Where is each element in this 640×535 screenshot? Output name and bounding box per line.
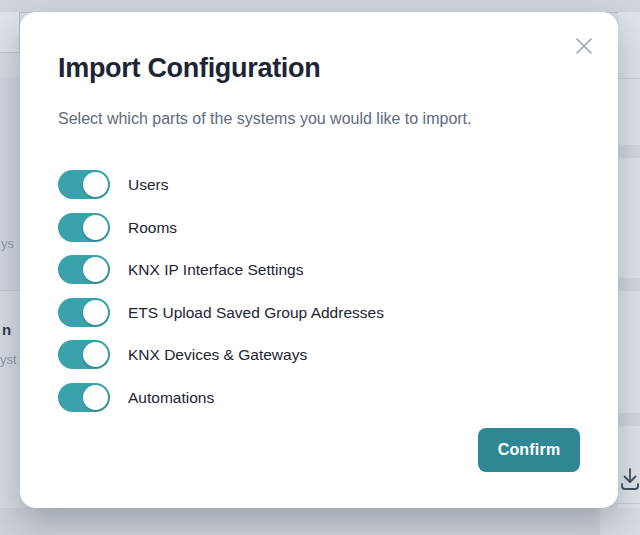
import-options-list: Users Rooms KNX IP Interface Settings ET… [58, 170, 384, 412]
toggle-row-automations: Automations [58, 383, 384, 412]
ets-upload-saved-group-addresses-toggle[interactable] [58, 298, 110, 327]
toggle-row-ets-upload-saved-group-addresses: ETS Upload Saved Group Addresses [58, 298, 384, 327]
toggle-row-rooms: Rooms [58, 213, 384, 242]
toggle-label: Rooms [128, 213, 177, 242]
toggle-knob [83, 300, 108, 325]
knx-devices-gateways-toggle[interactable] [58, 340, 110, 369]
toggle-label: Automations [128, 383, 214, 412]
background-text-fragment: ys [1, 236, 14, 251]
background-text-fragment: yst [0, 352, 17, 367]
automations-toggle[interactable] [58, 383, 110, 412]
toggle-knob [83, 172, 108, 197]
toggle-knob [83, 257, 108, 282]
backdrop-divider [618, 78, 640, 79]
confirm-button[interactable]: Confirm [478, 428, 580, 472]
toggle-label: Users [128, 170, 168, 199]
backdrop-panel-block [0, 77, 20, 290]
users-toggle[interactable] [58, 170, 110, 199]
backdrop-divider [0, 290, 20, 291]
backdrop-row-band [618, 413, 640, 426]
backdrop-left-strip [0, 12, 20, 508]
rooms-toggle[interactable] [58, 213, 110, 242]
toggle-row-users: Users [58, 170, 384, 199]
background-text-fragment: n [2, 321, 11, 338]
knx-ip-interface-settings-toggle[interactable] [58, 255, 110, 284]
toggle-knob [83, 342, 108, 367]
backdrop-right-strip [618, 12, 640, 508]
toggle-knob [83, 385, 108, 410]
backdrop-divider [0, 52, 20, 53]
backdrop-bottom-strip [0, 508, 640, 535]
backdrop-panel-edge [600, 508, 640, 535]
close-icon[interactable] [575, 37, 593, 55]
backdrop-divider [618, 503, 640, 504]
toggle-row-knx-devices-gateways: KNX Devices & Gateways [58, 340, 384, 369]
dialog-subtitle: Select which parts of the systems you wo… [58, 110, 472, 128]
backdrop-panel-edge [0, 12, 20, 52]
dialog-title: Import Configuration [58, 53, 320, 84]
toggle-label: ETS Upload Saved Group Addresses [128, 298, 384, 327]
toggle-knob [83, 215, 108, 240]
import-configuration-dialog: Import Configuration Select which parts … [20, 12, 618, 508]
backdrop-row-band [618, 145, 640, 158]
toggle-row-knx-ip-interface-settings: KNX IP Interface Settings [58, 255, 384, 284]
toggle-label: KNX IP Interface Settings [128, 255, 303, 284]
backdrop-row-band [618, 278, 640, 291]
toggle-label: KNX Devices & Gateways [128, 340, 307, 369]
download-icon[interactable] [620, 466, 640, 492]
